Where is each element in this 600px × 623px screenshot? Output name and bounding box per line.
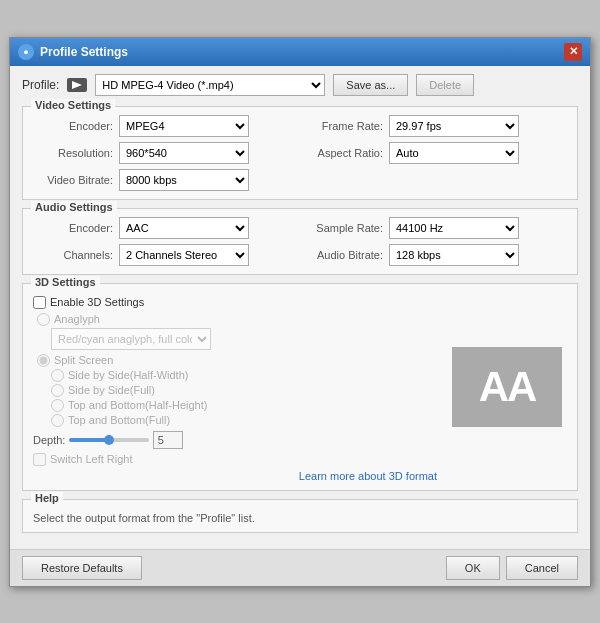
help-text: Select the output format from the "Profi…: [33, 512, 567, 524]
depth-row: Depth:: [33, 431, 437, 449]
video-settings-grid: Encoder: MPEG4 Resolution: 960*540 Video…: [33, 115, 567, 191]
anaglyph-radio[interactable]: [37, 313, 50, 326]
dialog-body: Profile: HD MPEG-4 Video (*.mp4) Save as…: [10, 66, 590, 549]
aspect-ratio-label: Aspect Ratio:: [303, 147, 383, 159]
enable-3d-row: Enable 3D Settings: [33, 296, 437, 309]
help-section: Help Select the output format from the "…: [22, 499, 578, 533]
audio-settings-grid: Encoder: AAC Channels: 2 Channels Stereo: [33, 217, 567, 266]
learn-more-link[interactable]: Learn more about 3D format: [299, 470, 437, 482]
top-bottom-half-label: Top and Bottom(Half-Height): [68, 399, 207, 411]
aspect-ratio-select[interactable]: Auto: [389, 142, 519, 164]
frame-rate-row: Frame Rate: 29.97 fps: [303, 115, 567, 137]
audio-right-col: Sample Rate: 44100 Hz Audio Bitrate: 128…: [303, 217, 567, 266]
td-settings-title: 3D Settings: [31, 276, 100, 288]
aa-preview-text: AA: [479, 363, 536, 411]
switch-row: Switch Left Right: [33, 453, 437, 466]
frame-rate-select[interactable]: 29.97 fps: [389, 115, 519, 137]
audio-bitrate-row: Audio Bitrate: 128 kbps: [303, 244, 567, 266]
top-bottom-full-label: Top and Bottom(Full): [68, 414, 170, 426]
anaglyph-select[interactable]: Red/cyan anaglyph, full color: [51, 328, 211, 350]
switch-left-right-label: Switch Left Right: [50, 453, 133, 465]
audio-encoder-select[interactable]: AAC: [119, 217, 249, 239]
close-button[interactable]: ✕: [564, 43, 582, 61]
resolution-label: Resolution:: [33, 147, 113, 159]
footer-right-buttons: OK Cancel: [446, 556, 578, 580]
video-right-col: Frame Rate: 29.97 fps Aspect Ratio: Auto: [303, 115, 567, 191]
enable-3d-checkbox[interactable]: [33, 296, 46, 309]
side-by-side-full-row: Side by Side(Full): [33, 384, 437, 397]
profile-row: Profile: HD MPEG-4 Video (*.mp4) Save as…: [22, 74, 578, 96]
top-bottom-half-radio[interactable]: [51, 399, 64, 412]
profile-label: Profile:: [22, 78, 59, 92]
side-by-side-half-label: Side by Side(Half-Width): [68, 369, 188, 381]
channels-row: Channels: 2 Channels Stereo: [33, 244, 297, 266]
side-by-side-half-row: Side by Side(Half-Width): [33, 369, 437, 382]
channels-label: Channels:: [33, 249, 113, 261]
encoder-row: Encoder: MPEG4: [33, 115, 297, 137]
restore-defaults-button[interactable]: Restore Defaults: [22, 556, 142, 580]
cancel-button[interactable]: Cancel: [506, 556, 578, 580]
title-bar: ● Profile Settings ✕: [10, 38, 590, 66]
resolution-select[interactable]: 960*540: [119, 142, 249, 164]
video-settings-section: Video Settings Encoder: MPEG4 Resolution…: [22, 106, 578, 200]
audio-left-col: Encoder: AAC Channels: 2 Channels Stereo: [33, 217, 297, 266]
frame-rate-label: Frame Rate:: [303, 120, 383, 132]
aspect-ratio-row: Aspect Ratio: Auto: [303, 142, 567, 164]
depth-label: Depth:: [33, 434, 65, 446]
td-left: Enable 3D Settings Anaglyph Red/cyan ana…: [33, 292, 437, 482]
encoder-label: Encoder:: [33, 120, 113, 132]
title-bar-left: ● Profile Settings: [18, 44, 128, 60]
split-screen-radio[interactable]: [37, 354, 50, 367]
anaglyph-select-row: Red/cyan anaglyph, full color: [33, 328, 437, 350]
top-bottom-full-radio[interactable]: [51, 414, 64, 427]
audio-encoder-row: Encoder: AAC: [33, 217, 297, 239]
profile-icon: [67, 78, 87, 92]
channels-select[interactable]: 2 Channels Stereo: [119, 244, 249, 266]
split-screen-label: Split Screen: [54, 354, 113, 366]
video-bitrate-select[interactable]: 8000 kbps: [119, 169, 249, 191]
audio-settings-section: Audio Settings Encoder: AAC Channels: 2 …: [22, 208, 578, 275]
sample-rate-label: Sample Rate:: [303, 222, 383, 234]
depth-slider[interactable]: [69, 438, 149, 442]
switch-left-right-checkbox[interactable]: [33, 453, 46, 466]
audio-encoder-label: Encoder:: [33, 222, 113, 234]
side-by-side-full-radio[interactable]: [51, 384, 64, 397]
help-title: Help: [31, 492, 63, 504]
encoder-select[interactable]: MPEG4: [119, 115, 249, 137]
enable-3d-label: Enable 3D Settings: [50, 296, 144, 308]
anaglyph-label: Anaglyph: [54, 313, 100, 325]
side-by-side-half-radio[interactable]: [51, 369, 64, 382]
depth-spinner[interactable]: [153, 431, 183, 449]
dialog-footer: Restore Defaults OK Cancel: [10, 549, 590, 586]
window-title: Profile Settings: [40, 45, 128, 59]
video-bitrate-label: Video Bitrate:: [33, 174, 113, 186]
save-as-button[interactable]: Save as...: [333, 74, 408, 96]
video-bitrate-row: Video Bitrate: 8000 kbps: [33, 169, 297, 191]
audio-settings-title: Audio Settings: [31, 201, 117, 213]
video-left-col: Encoder: MPEG4 Resolution: 960*540 Video…: [33, 115, 297, 191]
delete-button[interactable]: Delete: [416, 74, 474, 96]
top-bottom-full-row: Top and Bottom(Full): [33, 414, 437, 427]
td-settings-section: 3D Settings Enable 3D Settings Anaglyph …: [22, 283, 578, 491]
profile-select[interactable]: HD MPEG-4 Video (*.mp4): [95, 74, 325, 96]
split-screen-row: Split Screen: [33, 354, 437, 367]
video-settings-title: Video Settings: [31, 99, 115, 111]
dialog-window: ● Profile Settings ✕ Profile: HD MPEG-4 …: [9, 37, 591, 587]
audio-bitrate-label: Audio Bitrate:: [303, 249, 383, 261]
audio-bitrate-select[interactable]: 128 kbps: [389, 244, 519, 266]
aa-preview-box: AA: [452, 347, 562, 427]
app-icon: ●: [18, 44, 34, 60]
resolution-row: Resolution: 960*540: [33, 142, 297, 164]
sample-rate-select[interactable]: 44100 Hz: [389, 217, 519, 239]
sample-rate-row: Sample Rate: 44100 Hz: [303, 217, 567, 239]
top-bottom-half-row: Top and Bottom(Half-Height): [33, 399, 437, 412]
anaglyph-row: Anaglyph: [33, 313, 437, 326]
td-preview: AA: [447, 292, 567, 482]
side-by-side-full-label: Side by Side(Full): [68, 384, 155, 396]
ok-button[interactable]: OK: [446, 556, 500, 580]
